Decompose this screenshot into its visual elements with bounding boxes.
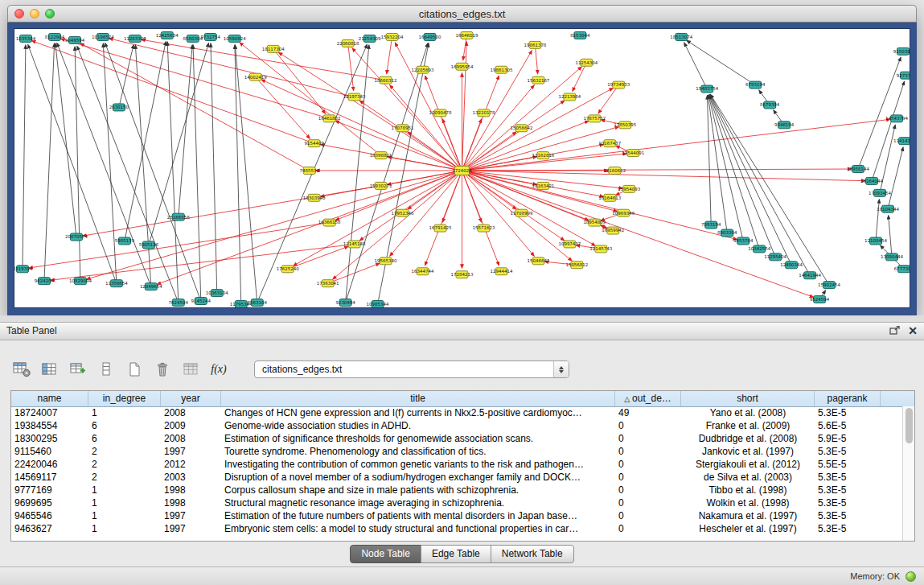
network-edge[interactable] <box>109 39 355 97</box>
network-node[interactable]: 9273744 <box>897 72 910 79</box>
network-node[interactable]: 17875752 <box>583 115 606 122</box>
cell-pagerank[interactable]: 5.5E-5 <box>815 458 881 471</box>
cell-out_degree[interactable]: 0 <box>615 484 681 496</box>
network-node[interactable]: 15571623 <box>473 225 495 232</box>
network-node[interactable]: 9346194 <box>774 122 795 129</box>
network-edge[interactable] <box>395 43 462 171</box>
network-node[interactable]: 17093454 <box>869 189 891 196</box>
cell-short[interactable]: de Silva et al. (2003) <box>681 471 815 484</box>
cell-in_degree[interactable]: 2 <box>88 471 161 484</box>
cell-title[interactable]: Tourette syndrome. Phenomenology and cla… <box>221 445 615 458</box>
network-node[interactable]: 17625240 <box>277 266 299 273</box>
import-table-button[interactable] <box>180 360 201 379</box>
table-row[interactable]: 969969511998Structural magnetic resonanc… <box>11 496 902 509</box>
table-row[interactable]: 946362711997Embryonic stem cells: a mode… <box>11 522 902 535</box>
cell-short[interactable]: Yano et al. (2008) <box>681 406 815 419</box>
cell-short[interactable]: Nakamura et al. (1997) <box>681 509 815 522</box>
cell-pagerank[interactable]: 5.9E-5 <box>815 432 881 445</box>
cell-name[interactable]: 22420046 <box>11 458 88 471</box>
network-node[interactable]: 16366158 <box>318 219 341 226</box>
cell-in_degree[interactable]: 1 <box>88 522 161 535</box>
network-node[interactable]: 9524504 <box>810 296 830 303</box>
cell-pagerank[interactable]: 5.3E-5 <box>815 484 881 496</box>
cell-short[interactable]: Jankovic et al. (1997) <box>681 445 815 458</box>
network-edge[interactable] <box>387 37 392 74</box>
table-row[interactable]: 977716911998Corpus callosum shape and si… <box>11 484 902 496</box>
cell-title[interactable]: Changes of HCN gene expression and I(f) … <box>221 406 615 419</box>
network-node[interactable]: 11544091 <box>622 150 644 157</box>
cell-out_degree[interactable]: 0 <box>615 509 681 522</box>
network-node[interactable]: 19861378 <box>524 41 546 48</box>
network-node[interactable]: 19483754 <box>696 85 718 93</box>
network-node[interactable]: 10167437 <box>598 140 621 147</box>
network-edge[interactable] <box>462 67 582 171</box>
cell-out_degree[interactable]: 0 <box>615 458 681 471</box>
network-node[interactable]: 18163421 <box>532 182 554 189</box>
function-builder-button[interactable]: f(x) <box>208 360 229 379</box>
close-panel-icon[interactable]: ✕ <box>908 324 918 337</box>
network-node[interactable]: 9150304 <box>893 47 910 55</box>
cell-name[interactable]: 9463627 <box>11 522 88 535</box>
cell-name[interactable]: 9115460 <box>11 445 88 458</box>
cell-name[interactable]: 18300295 <box>11 432 88 445</box>
tab-network-table[interactable]: Network Table <box>491 545 574 563</box>
network-edge[interactable] <box>408 132 462 171</box>
network-node[interactable]: 2630150 <box>109 104 129 111</box>
network-edge[interactable] <box>55 43 76 237</box>
network-edge[interactable] <box>119 45 133 108</box>
network-edge[interactable] <box>29 223 330 268</box>
network-edge[interactable] <box>889 216 892 257</box>
network-node[interactable]: 15902454 <box>818 282 840 289</box>
network-node[interactable]: 11414134 <box>893 138 910 145</box>
network-node[interactable]: 19734933 <box>607 81 630 89</box>
cell-year[interactable]: 2008 <box>161 406 221 419</box>
network-edge[interactable] <box>103 43 117 283</box>
pane-splitter[interactable]: ▾ <box>0 315 924 322</box>
network-node[interactable]: 11708999 <box>510 209 532 216</box>
network-node[interactable]: 18954809 <box>583 219 606 226</box>
network-node[interactable]: 19861305 <box>491 66 513 73</box>
network-node[interactable]: 8122904 <box>45 33 65 40</box>
cell-title[interactable]: Embryonic stem cells: a model to study s… <box>221 522 615 535</box>
network-edge[interactable] <box>31 41 314 144</box>
network-edge[interactable] <box>75 47 80 281</box>
network-edge[interactable] <box>256 77 310 139</box>
network-node[interactable]: 8319304 <box>14 266 33 273</box>
network-node[interactable]: 10590824 <box>224 35 246 42</box>
cell-year[interactable]: 1997 <box>161 522 221 535</box>
network-edge[interactable] <box>462 171 737 240</box>
network-canvas[interactable]: 1724026748553091544091646188212197343186… <box>14 28 910 308</box>
cell-in_degree[interactable]: 6 <box>88 419 161 432</box>
cell-year[interactable]: 2003 <box>161 471 221 484</box>
network-node[interactable]: 12160612 <box>603 167 626 175</box>
column-header-short[interactable]: short <box>681 391 815 406</box>
network-node[interactable]: 21254309 <box>359 35 381 42</box>
network-edge[interactable] <box>105 43 201 301</box>
network-node[interactable]: 15056642 <box>510 125 532 132</box>
network-node[interactable]: 18303940 <box>303 194 326 201</box>
cell-title[interactable]: Structural magnetic resonance image aver… <box>221 496 615 509</box>
cell-in_degree[interactable]: 1 <box>88 496 161 509</box>
column-header-in-degree[interactable]: in_degree <box>88 391 161 406</box>
network-node[interactable]: 1724026 <box>452 167 472 175</box>
network-node[interactable]: 16649500 <box>419 33 441 40</box>
cell-in_degree[interactable]: 6 <box>88 432 161 445</box>
cell-year[interactable]: 1997 <box>161 445 221 458</box>
cell-year[interactable]: 1998 <box>161 484 221 496</box>
network-node[interactable]: 9230494 <box>335 299 355 307</box>
network-edge[interactable] <box>462 157 537 171</box>
network-node[interactable]: 8679394 <box>760 101 780 109</box>
table-row[interactable]: 911546021997Tourette syndrome. Phenomeno… <box>11 445 902 458</box>
network-node[interactable]: 12145148 <box>343 241 366 248</box>
network-node[interactable]: 11283309 <box>124 35 146 42</box>
network-node[interactable]: 6793194 <box>745 81 766 89</box>
cell-pagerank[interactable]: 5.3E-5 <box>815 509 881 522</box>
table-row[interactable]: 1830029562008Estimation of significance … <box>11 432 902 445</box>
network-node[interactable]: 7624504 <box>169 299 189 307</box>
window-titlebar[interactable]: citations_edges.txt <box>7 5 917 23</box>
cell-year[interactable]: 1997 <box>161 509 221 522</box>
cell-out_degree[interactable]: 0 <box>615 419 681 432</box>
cell-short[interactable]: Dudbridge et al. (2008) <box>681 432 815 445</box>
cell-name[interactable]: 14569117 <box>11 471 88 484</box>
network-edge[interactable] <box>179 45 192 217</box>
